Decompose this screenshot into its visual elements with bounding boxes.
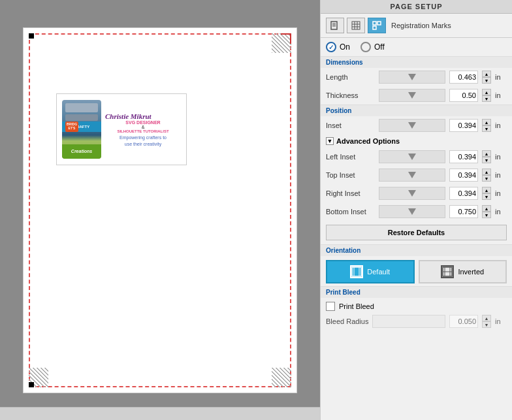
inset-spin-down[interactable]: ▼ [482, 125, 491, 132]
length-spin-up[interactable]: ▲ [482, 71, 491, 77]
svg-rect-9 [373, 22, 376, 25]
tab-icon-3[interactable] [368, 18, 386, 33]
left-inset-input[interactable] [449, 150, 478, 163]
bleed-radius-spinbox: ▲ ▼ [482, 315, 491, 328]
left-inset-spin-down[interactable]: ▼ [482, 157, 491, 163]
bottom-inset-input[interactable] [449, 205, 478, 218]
inverted-btn-label: Inverted [458, 268, 484, 276]
orientation-row: Default Inverted [326, 260, 507, 283]
dimensions-label: Dimensions [321, 56, 512, 68]
inset-row: Inset ▲ ▼ in [321, 116, 512, 135]
restore-defaults-button[interactable]: Restore Defaults [326, 225, 507, 240]
right-inset-input[interactable] [449, 187, 478, 200]
top-inset-spinbox: ▲ ▼ [482, 169, 491, 182]
thickness-spin-down[interactable]: ▼ [482, 95, 491, 102]
bleed-radius-input[interactable] [449, 315, 478, 328]
inverted-orient-icon [441, 265, 454, 278]
page-canvas: CRAFTY BRIDGET'S Creations Christ [23, 27, 297, 393]
thickness-unit: in [495, 91, 507, 99]
right-inset-spinbox: ▲ ▼ [482, 187, 491, 200]
image-card: CRAFTY BRIDGET'S Creations Christ [56, 93, 187, 165]
bottom-inset-spin-up[interactable]: ▲ [482, 205, 491, 212]
default-orient-icon [350, 265, 363, 278]
inset-label: Inset [326, 121, 375, 129]
right-inset-spin-down[interactable]: ▼ [482, 193, 491, 200]
bottom-inset-spin-down[interactable]: ▼ [482, 212, 491, 218]
bleed-radius-spin-up[interactable]: ▲ [482, 315, 491, 321]
bottom-inset-spinbox: ▲ ▼ [482, 205, 491, 218]
print-bleed-section: Print Bleed Bleed Radius ▲ ▼ in [321, 298, 512, 331]
inset-spin-up[interactable]: ▲ [482, 119, 491, 125]
logo-tagline: Empowering crafters to [105, 135, 181, 140]
bottom-inset-unit: in [495, 208, 507, 216]
print-bleed-label: Print Bleed [321, 286, 512, 298]
svg-rect-10 [377, 22, 381, 25]
corner-sq-tl [29, 33, 34, 39]
inset-spinbox: ▲ ▼ [482, 119, 491, 132]
length-row: Length ▲ ▼ in [321, 68, 512, 86]
bottom-inset-slider[interactable] [379, 205, 445, 218]
svg-rect-12 [352, 267, 361, 276]
position-label: Position [321, 105, 512, 116]
logo-amp: & [105, 125, 181, 129]
bottom-inset-thumb [408, 208, 416, 215]
bleed-radius-unit: in [495, 317, 507, 325]
top-inset-label: Top Inset [326, 171, 375, 179]
left-inset-spin-up[interactable]: ▲ [482, 150, 491, 157]
left-inset-thumb [408, 153, 416, 160]
bleed-radius-input-area [372, 315, 445, 328]
length-thumb [408, 74, 416, 80]
corner-mark-tr [281, 33, 291, 44]
panel-tabs: Registration Marks [321, 14, 512, 38]
top-inset-input[interactable] [449, 169, 478, 182]
svg-rect-11 [373, 26, 376, 29]
print-bleed-checkbox[interactable] [326, 302, 335, 311]
inset-slider[interactable] [379, 119, 445, 132]
tab-icon-2[interactable] [347, 18, 365, 33]
radio-on[interactable]: On [326, 42, 350, 52]
advanced-options-header[interactable]: ▼ Advanced Options [321, 135, 512, 148]
thickness-label: Thickness [326, 91, 375, 99]
thickness-spin-up[interactable]: ▲ [482, 89, 491, 95]
right-inset-label: Right Inset [326, 189, 375, 197]
thickness-slider[interactable] [379, 89, 445, 102]
image-placeholder: CRAFTY BRIDGET'S Creations Christ [57, 94, 186, 165]
right-inset-slider[interactable] [379, 187, 445, 200]
tab-icon-1[interactable] [326, 18, 344, 33]
orientation-section: Default Inverted [321, 256, 512, 286]
length-spinbox: ▲ ▼ [482, 71, 491, 84]
thickness-input[interactable] [449, 89, 478, 102]
right-inset-spin-up[interactable]: ▲ [482, 187, 491, 193]
default-icon-svg [351, 267, 362, 277]
right-inset-row: Right Inset ▲ ▼ in [321, 184, 512, 202]
reg-marks-icon [372, 21, 381, 30]
left-inset-slider[interactable] [379, 150, 445, 163]
length-slider[interactable] [379, 71, 445, 84]
default-btn-label: Default [367, 268, 390, 276]
radio-row-onoff: On Off [321, 38, 512, 56]
top-inset-spin-down[interactable]: ▼ [482, 175, 491, 182]
orientation-label: Orientation [321, 244, 512, 256]
top-inset-thumb [408, 172, 416, 178]
advanced-arrow-icon: ▼ [326, 137, 334, 145]
page-icon [330, 21, 340, 30]
length-unit: in [495, 73, 507, 81]
print-bleed-checkbox-label: Print Bleed [339, 302, 374, 310]
length-input[interactable] [449, 71, 478, 84]
top-inset-spin-up[interactable]: ▲ [482, 169, 491, 175]
radio-off-label: Off [374, 42, 385, 52]
logo-text-area: Christie Mikrut SVG DESIGNER & SILHOUETT… [105, 112, 181, 146]
logo-subtitle2: SILHOUETTE TUTORIALIST [105, 129, 181, 133]
inverted-orientation-button[interactable]: Inverted [419, 260, 507, 283]
radio-off[interactable]: Off [360, 42, 385, 52]
advanced-options-label: Advanced Options [336, 137, 400, 145]
length-spin-down[interactable]: ▼ [482, 77, 491, 84]
length-label: Length [326, 73, 375, 81]
default-orientation-button[interactable]: Default [326, 260, 415, 283]
inset-input[interactable] [449, 119, 478, 132]
bleed-radius-spin-down[interactable]: ▼ [482, 321, 491, 328]
left-inset-row: Left Inset ▲ ▼ in [321, 148, 512, 166]
inset-unit: in [495, 121, 507, 129]
logo-graphic: CRAFTY BRIDGET'S Creations [62, 100, 101, 159]
top-inset-slider[interactable] [379, 169, 445, 182]
